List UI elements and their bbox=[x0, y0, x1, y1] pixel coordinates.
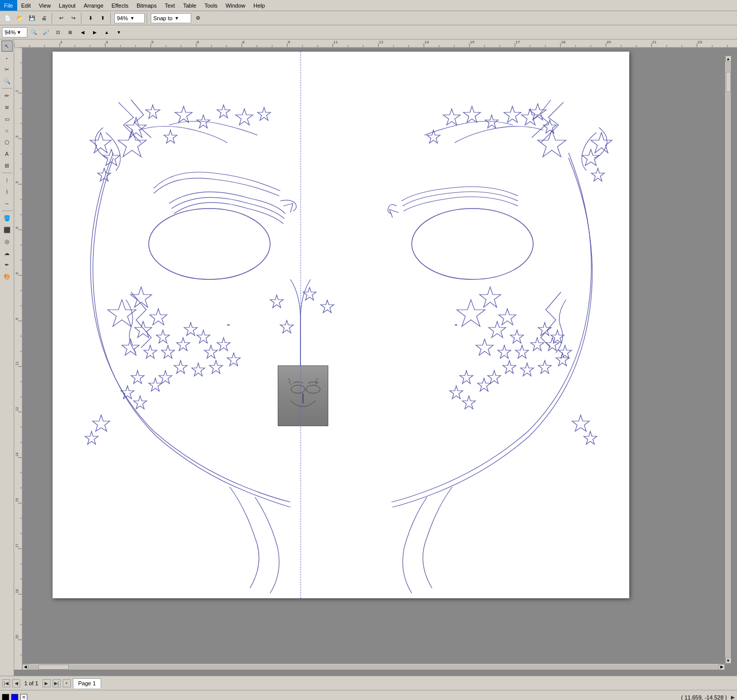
separator bbox=[52, 13, 54, 24]
zoom-fit-button[interactable]: ⊡ bbox=[53, 27, 64, 38]
separator3 bbox=[110, 13, 112, 24]
polygon-tool[interactable]: ⬠ bbox=[2, 137, 13, 148]
fill-color-swatch[interactable] bbox=[2, 694, 9, 701]
menu-help[interactable]: Help bbox=[249, 0, 269, 11]
pan-left-button[interactable]: ◀ bbox=[77, 27, 88, 38]
main-area: ↖ ⬩ ✂ 🔍 ✏ ≋ ▭ ○ ⬠ A ⊞ ⁞ ⌇ ↔ 🪣 ⬛ ◎ ☁ ✒ 🎨 bbox=[0, 39, 737, 676]
zoom-dropdown-tb2[interactable]: 94% ▼ bbox=[2, 27, 27, 37]
status-left: ✕ bbox=[2, 694, 27, 701]
zoom-in-button[interactable]: 🔎 bbox=[40, 27, 52, 38]
save-button[interactable]: 💾 bbox=[26, 13, 37, 24]
menu-arrange[interactable]: Arrange bbox=[79, 0, 107, 11]
toolbar-1: 📄 📂 💾 🖨 ↩ ↪ ⬇ ⬆ 94% ▼ Snap to ▼ ⚙ bbox=[0, 11, 737, 25]
shape-tool[interactable]: ⬩ bbox=[2, 52, 13, 63]
drawing-svg bbox=[53, 52, 629, 598]
tool-separator2 bbox=[2, 173, 12, 173]
transparency-tool[interactable]: ☁ bbox=[2, 248, 13, 259]
scroll-down-button[interactable]: ▼ bbox=[725, 657, 731, 664]
smart-fill-tool[interactable]: ⬛ bbox=[2, 224, 13, 235]
thumbnail-image bbox=[278, 365, 328, 426]
crop-tool[interactable]: ✂ bbox=[2, 64, 13, 75]
menu-text[interactable]: Text bbox=[161, 0, 179, 11]
pan-down-button[interactable]: ▼ bbox=[113, 27, 124, 38]
last-page-button[interactable]: ▶| bbox=[53, 679, 61, 687]
scroll-thumb-v[interactable] bbox=[726, 72, 731, 92]
open-button[interactable]: 📂 bbox=[14, 13, 25, 24]
export-button[interactable]: ⬆ bbox=[97, 13, 108, 24]
rect-tool[interactable]: ▭ bbox=[2, 113, 13, 125]
scroll-thumb-h[interactable] bbox=[38, 665, 69, 670]
menu-effects[interactable]: Effects bbox=[108, 0, 133, 11]
menu-window[interactable]: Window bbox=[222, 0, 249, 11]
next-page-button[interactable]: ▶ bbox=[42, 679, 51, 687]
menu-tools[interactable]: Tools bbox=[200, 0, 222, 11]
page-tab-1[interactable]: Page 1 bbox=[73, 678, 102, 688]
page-count: 1 of 1 bbox=[22, 680, 40, 686]
canvas-wrapper: ▲ ▼ ◀ ▶ bbox=[14, 39, 737, 676]
ellipse-tool[interactable]: ○ bbox=[2, 125, 13, 136]
svg-point-0 bbox=[149, 209, 270, 279]
menu-layout[interactable]: Layout bbox=[55, 0, 79, 11]
prev-page-button[interactable]: ◀ bbox=[12, 679, 20, 687]
color-eyedropper-tool[interactable]: ✒ bbox=[2, 259, 13, 270]
zoom-dropdown-tb1[interactable]: 94% ▼ bbox=[114, 13, 145, 23]
pan-up-button[interactable]: ▲ bbox=[101, 27, 112, 38]
separator4 bbox=[147, 13, 149, 24]
snap-dropdown[interactable]: Snap to ▼ bbox=[151, 13, 191, 23]
import-button[interactable]: ⬇ bbox=[85, 13, 96, 24]
status-bar: ✕ ( 11.659, -14.528 ) ▶ bbox=[0, 690, 737, 700]
zoom-out-button[interactable]: 🔍 bbox=[28, 27, 39, 38]
toolbox: ↖ ⬩ ✂ 🔍 ✏ ≋ ▭ ○ ⬠ A ⊞ ⁞ ⌇ ↔ 🪣 ⬛ ◎ ☁ ✒ 🎨 bbox=[0, 39, 14, 676]
no-fill-indicator[interactable]: ✕ bbox=[20, 694, 27, 701]
parallel-tool[interactable]: ⁞ bbox=[2, 175, 13, 186]
center-guide-line bbox=[300, 52, 301, 598]
interactive-fill-tool[interactable]: 🎨 bbox=[2, 271, 13, 282]
tool-separator3 bbox=[2, 211, 12, 211]
table-tool[interactable]: ⊞ bbox=[2, 160, 13, 171]
canvas[interactable]: ▲ ▼ ◀ ▶ bbox=[22, 48, 731, 670]
fill-tool[interactable]: 🪣 bbox=[2, 213, 13, 224]
h-ruler-canvas bbox=[14, 39, 737, 47]
menu-table[interactable]: Table bbox=[179, 0, 200, 11]
undo-button[interactable]: ↩ bbox=[56, 13, 67, 24]
horizontal-ruler bbox=[14, 39, 737, 48]
tool-separator bbox=[2, 88, 12, 89]
snap-settings-button[interactable]: ⚙ bbox=[192, 13, 203, 24]
new-button[interactable]: 📄 bbox=[2, 13, 13, 24]
scroll-right-button[interactable]: ▶ bbox=[719, 664, 725, 670]
redo-button[interactable]: ↪ bbox=[68, 13, 79, 24]
menu-view[interactable]: View bbox=[35, 0, 55, 11]
freehand-tool[interactable]: ✏ bbox=[2, 90, 13, 101]
text-tool[interactable]: A bbox=[2, 148, 13, 159]
vertical-scrollbar[interactable]: ▲ ▼ bbox=[725, 56, 731, 664]
blend-tool[interactable]: ◎ bbox=[2, 236, 13, 247]
toolbar-2: 94% ▼ 🔍 🔎 ⊡ ⊞ ◀ ▶ ▲ ▼ bbox=[0, 25, 737, 39]
first-page-button[interactable]: |◀ bbox=[2, 679, 10, 687]
select-tool[interactable]: ↖ bbox=[2, 40, 13, 52]
svg-point-3 bbox=[306, 385, 320, 393]
menu-edit[interactable]: Edit bbox=[17, 0, 35, 11]
scroll-track-v[interactable] bbox=[726, 62, 731, 657]
scroll-track-h[interactable] bbox=[28, 665, 719, 670]
scroll-up-button[interactable]: ▲ bbox=[725, 56, 731, 62]
stroke-color-swatch[interactable] bbox=[11, 694, 18, 701]
zoom-tool[interactable]: 🔍 bbox=[2, 75, 13, 87]
page-tabs-bar: |◀ ◀ 1 of 1 ▶ ▶| + Page 1 bbox=[0, 676, 737, 690]
measure-tool[interactable]: ↔ bbox=[2, 198, 13, 209]
vertical-ruler bbox=[14, 48, 22, 670]
menu-bitmaps[interactable]: Bitmaps bbox=[133, 0, 161, 11]
smart-draw-tool[interactable]: ≋ bbox=[2, 102, 13, 113]
connector-tool[interactable]: ⌇ bbox=[2, 186, 13, 197]
add-page-button[interactable]: + bbox=[63, 679, 71, 687]
page bbox=[53, 52, 629, 598]
separator2 bbox=[81, 13, 83, 24]
print-button[interactable]: 🖨 bbox=[38, 13, 50, 24]
menu-bar: File Edit View Layout Arrange Effects Bi… bbox=[0, 0, 737, 11]
menu-file[interactable]: File bbox=[0, 0, 17, 11]
pan-right-button[interactable]: ▶ bbox=[89, 27, 100, 38]
arrow-indicator: ▶ bbox=[731, 694, 735, 700]
coordinates-display: ( 11.659, -14.528 ) bbox=[681, 694, 727, 701]
zoom-page-button[interactable]: ⊞ bbox=[65, 27, 76, 38]
horizontal-scrollbar[interactable]: ◀ ▶ bbox=[22, 664, 725, 670]
scroll-left-button[interactable]: ◀ bbox=[22, 664, 28, 670]
